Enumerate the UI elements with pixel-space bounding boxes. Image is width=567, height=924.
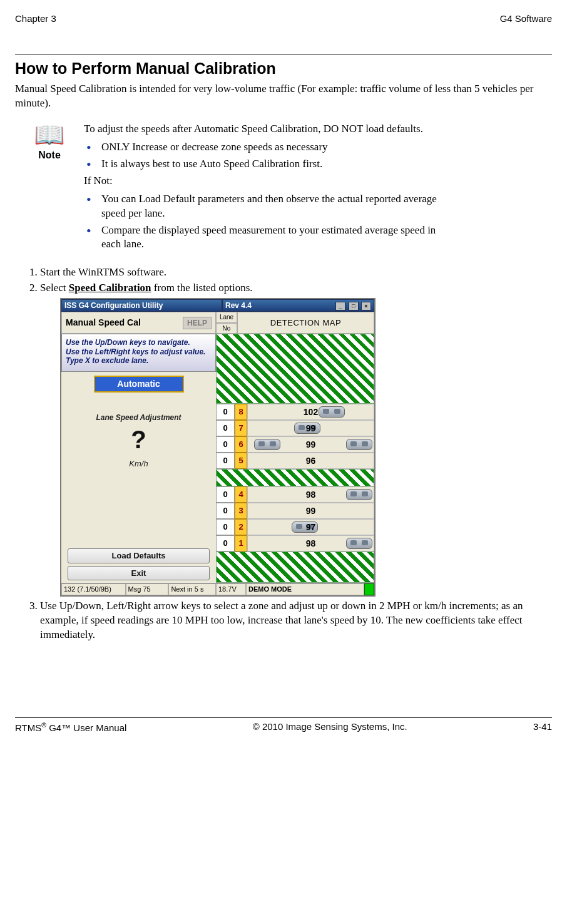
lane-adjustment[interactable]: 0 (216, 420, 235, 436)
lane-speed: 99 (306, 505, 316, 517)
lsa-title: Lane Speed Adjustment (64, 413, 213, 423)
status-next: Next in 5 s (168, 583, 216, 595)
lane-id: 8 (235, 404, 247, 420)
note-block: 📖 Note To adjust the speeds after Automa… (15, 122, 552, 255)
load-defaults-button[interactable]: Load Defaults (68, 548, 210, 563)
step-2: Select Speed Calibration from the listed… (40, 281, 552, 597)
lane-id: 3 (235, 503, 247, 519)
lane-road: 99 (247, 503, 374, 519)
lane-id: 6 (235, 436, 247, 453)
vehicle-icon (319, 406, 345, 418)
lane-speed: 98 (306, 538, 316, 550)
left-panel: Use the Up/Down keys to navigate. Use th… (61, 334, 216, 583)
book-icon: 📖 (15, 122, 84, 147)
lane-row[interactable]: 0198 (216, 535, 374, 552)
lane-speed: 99 (306, 423, 316, 434)
lane-row[interactable]: 08102 (216, 404, 374, 420)
automatic-button[interactable]: Automatic (94, 376, 184, 393)
close-icon[interactable]: × (361, 302, 371, 311)
lane-road: 96 (247, 453, 374, 469)
header-left: Chapter 3 (15, 13, 56, 25)
minimize-icon[interactable]: _ (335, 302, 345, 311)
header-right: G4 Software (500, 13, 552, 25)
lane-speed: 98 (306, 489, 316, 501)
lane-id: 1 (235, 535, 247, 552)
col-label-no: No (216, 323, 237, 334)
note-bullet: You can Load Default parameters and then… (84, 192, 439, 221)
lane-row[interactable]: 0699 (216, 436, 374, 453)
detection-map-title: DETECTION MAP (237, 312, 374, 334)
lane-adjustment[interactable]: 0 (216, 503, 235, 519)
vehicle-icon (346, 489, 372, 500)
panel-title: Manual Speed Cal (66, 317, 141, 329)
lane-speed: 102 (304, 406, 318, 418)
lane-row[interactable]: 0399 (216, 503, 374, 519)
lane-road: 99 (247, 420, 374, 436)
lane-adjustment[interactable]: 0 (216, 519, 235, 535)
lsa-unit: Km/h (64, 458, 213, 470)
note-bullets-a: ONLY Increase or decrease zone speeds as… (84, 140, 439, 172)
status-address: 132 (7.1/50/9B) (61, 583, 126, 595)
titlebar-left: ISS G4 Configuration Utility (61, 299, 222, 312)
status-led-icon (364, 583, 374, 595)
note-icon-cell: 📖 Note (15, 122, 84, 162)
page-header: Chapter 3 G4 Software (15, 13, 552, 25)
lane-adjustment[interactable]: 0 (216, 404, 235, 420)
lane-id: 5 (235, 453, 247, 469)
winrtms-window: ISS G4 Configuration Utility Rev 4.4 _ □… (60, 298, 375, 597)
lane-road: 98 (247, 486, 374, 503)
lane-id: 7 (235, 420, 247, 436)
lane-adjustment[interactable]: 0 (216, 486, 235, 503)
window-controls: _ □ × (335, 300, 371, 311)
lane-row[interactable]: 0297 (216, 519, 374, 535)
footer-center: © 2010 Image Sensing Systems, Inc. (253, 721, 407, 734)
median-hatch (216, 469, 374, 486)
section-title: How to Perform Manual Calibration (15, 58, 552, 80)
lane-road: 97 (247, 519, 374, 535)
lsa-value: ? (64, 427, 213, 452)
map-header: Lane No DETECTION MAP (216, 312, 374, 334)
exit-button[interactable]: Exit (68, 566, 210, 581)
lane-adjustment[interactable]: 0 (216, 453, 235, 469)
footer-right: 3-41 (533, 721, 552, 734)
lane-adjustment[interactable]: 0 (216, 535, 235, 552)
lane-adjustment[interactable]: 0 (216, 436, 235, 453)
col-label-lane: Lane (216, 312, 237, 323)
lane-road: 102 (247, 404, 374, 420)
note-bullet: ONLY Increase or decrease zone speeds as… (84, 140, 439, 155)
header-row: Manual Speed Cal HELP Lane No DETECTION … (61, 312, 374, 334)
lane-road: 98 (247, 535, 374, 552)
lane-row[interactable]: 0596 (216, 453, 374, 469)
median-hatch (216, 552, 374, 583)
page-footer: RTMS® G4™ User Manual © 2010 Image Sensi… (15, 717, 552, 734)
detection-map: 08102079906990596 0498039902970198 (216, 334, 374, 583)
note-label: Note (15, 148, 84, 162)
maximize-icon[interactable]: □ (349, 302, 359, 311)
instructions: Use the Up/Down keys to navigate. Use th… (61, 334, 216, 372)
panel-title-area: Manual Speed Cal HELP (61, 312, 216, 334)
section-intro: Manual Speed Calibration is intended for… (15, 82, 552, 111)
section-rule (15, 54, 552, 54)
note-bullet: Compare the displayed speed measurement … (84, 223, 439, 252)
lane-road: 99 (247, 436, 374, 453)
note-body: To adjust the speeds after Automatic Spe… (84, 122, 552, 255)
lane-row[interactable]: 0498 (216, 486, 374, 503)
lane-row[interactable]: 0799 (216, 420, 374, 436)
note-lead: To adjust the speeds after Automatic Spe… (84, 122, 439, 136)
lane-speed: 99 (306, 439, 316, 451)
step-3: Use Up/Down, Left/Right arrow keys to se… (40, 599, 552, 642)
status-mode: DEMO MODE (246, 583, 364, 595)
note-mid: If Not: (84, 174, 439, 188)
note-bullets-b: You can Load Default parameters and then… (84, 192, 439, 252)
median-hatch (216, 334, 374, 404)
lane-speed-adjustment: Lane Speed Adjustment ? Km/h (61, 394, 216, 473)
footer-left: RTMS® G4™ User Manual (15, 721, 126, 734)
note-bullet: It is always best to use Auto Speed Cali… (84, 157, 439, 172)
status-msg: Msg 75 (126, 583, 169, 595)
lane-id: 4 (235, 486, 247, 503)
step-1: Start the WinRTMS software. (40, 265, 552, 280)
status-bar: 132 (7.1/50/9B) Msg 75 Next in 5 s 18.7V… (61, 583, 374, 595)
help-button[interactable]: HELP (183, 317, 212, 329)
vehicle-icon (254, 439, 280, 450)
status-voltage: 18.7V (216, 583, 246, 595)
